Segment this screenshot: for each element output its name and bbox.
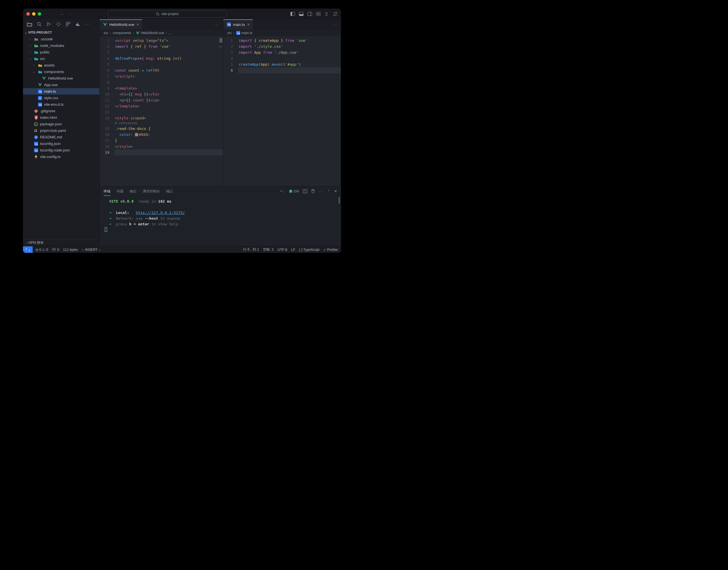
status-prettier[interactable]: ✓ Prettier [323,248,338,252]
tree-item-main-ts[interactable]: TSmain.ts [23,88,99,95]
minimize-window-button[interactable] [32,12,35,16]
status-indent[interactable]: 空格: 2 [263,247,273,252]
breadcrumbs-right[interactable]: src›TS main.ts [223,30,341,36]
svg-text:TS: TS [35,150,38,152]
source-control-icon[interactable] [47,22,51,26]
panel-maximize-icon[interactable]: ⌃ [327,189,330,193]
svg-point-14 [335,12,337,13]
panel-tab-problems[interactable]: 问题 [117,189,123,194]
svg-rect-44 [34,131,35,132]
panel-close-icon[interactable]: ✕ [334,189,337,193]
tree-item--gitignore[interactable]: .gitignore [23,108,99,114]
npm-scripts-section[interactable]: › NPM 脚本 [23,239,99,246]
code-editor-right[interactable]: 123456 import { createApp } from 'vue'im… [223,36,341,187]
extensions-icon[interactable] [66,22,70,26]
more-icon[interactable]: ··· [85,22,90,26]
command-center[interactable]: vite-project [108,10,227,18]
svg-text:TS: TS [39,104,42,106]
title-right-actions [290,12,337,16]
layout-panel-icon[interactable] [299,12,303,16]
search-panel-icon[interactable] [37,22,41,26]
tree-item-node-modules[interactable]: ›node_modules [23,42,99,49]
close-tab-icon[interactable]: × [247,22,249,27]
tree-item-index-html[interactable]: 5index.html [23,114,99,121]
panel-tab-ports[interactable]: 端口 [166,189,173,194]
maximize-window-button[interactable] [38,12,41,16]
tree-item-package-json[interactable]: jspackage.json [23,121,99,127]
nav-back-icon[interactable]: ← [60,12,64,16]
close-tab-icon[interactable]: × [137,22,139,27]
layout-sidebar-left-icon[interactable] [290,12,295,16]
debug-icon[interactable] [56,22,61,26]
new-terminal-icon[interactable]: + ⌄ [280,189,285,193]
layout-sidebar-right-icon[interactable] [307,12,312,16]
tree-item-pnpm-lock-yaml[interactable]: pnpm-lock.yaml [23,127,99,134]
svg-text:5: 5 [35,116,37,119]
panel-more-icon[interactable]: ··· [319,189,323,193]
svg-rect-6 [308,12,312,16]
terminal-output[interactable]: VITE v5.0.8 ready in 182 ms ➜ Local: htt… [100,196,341,246]
tree-item-readme-md[interactable]: iREADME.md [23,134,99,140]
nav-forward-icon[interactable]: → [68,12,72,16]
tab-helloworld[interactable]: HelloWorld.vue × [100,19,142,30]
tree-item-helloworld-vue[interactable]: HelloWorld.vue [23,75,99,81]
docker-icon[interactable] [75,22,80,26]
code-editor-left[interactable]: 12345678910111213141516171819 <script se… [100,36,223,187]
status-encoding[interactable]: UTF-8 [278,248,287,252]
svg-text:TS: TS [35,143,38,146]
panel-tab-debug[interactable]: 调试控制台 [143,189,160,194]
explorer-header[interactable]: ⌄ VITE-PROJECT [23,29,99,36]
status-ports[interactable]: 0 [52,248,59,252]
bottom-panel: 终端 问题 输出 调试控制台 端口 + ⌄ zsh ··· ⌃ ✕ [100,187,341,246]
status-language[interactable]: { } TypeScript [299,248,319,252]
svg-point-0 [156,12,159,15]
svg-rect-29 [66,24,68,26]
minimap-thumb[interactable] [219,38,222,43]
tree-item-vite-env-d-ts[interactable]: TSvite-env.d.ts [23,101,99,108]
close-window-button[interactable] [26,12,30,16]
svg-point-19 [47,22,48,24]
tree-item-style-css[interactable]: #style.css [23,95,99,101]
more-actions-icon[interactable]: ··· [214,22,219,27]
terminal-scrollbar[interactable] [338,197,340,204]
terminal-profile[interactable]: zsh [289,189,299,193]
status-eol[interactable]: LF [291,248,295,252]
tree-item-app-vue[interactable]: App.vue [23,81,99,88]
panel-tab-terminal[interactable]: 终端 [104,189,110,196]
editor-pane-left: src›components› HelloWorld.vue›... 12345… [100,30,223,187]
breadcrumbs-left[interactable]: src›components› HelloWorld.vue›... [100,30,223,36]
svg-text:js: js [35,123,37,125]
status-problems[interactable]: ⊘ 0 ⚠ 0 [35,248,48,252]
tab-main-ts[interactable]: TS main.ts × [223,19,253,30]
tree-item-components[interactable]: ⌄components [23,68,99,75]
status-cursor-pos[interactable]: 行 6，列 1 [243,247,259,252]
panel-tab-output[interactable]: 输出 [130,189,137,194]
remote-indicator[interactable] [23,246,33,253]
svg-line-1 [158,14,159,15]
svg-rect-11 [318,14,320,16]
ts-file-icon: TS [227,22,231,26]
vscode-window: ← → vite-project ··· [23,9,341,253]
split-terminal-icon[interactable] [303,190,307,193]
svg-rect-30 [76,24,77,25]
tree-item-tsconfig-node-json[interactable]: TStsconfig.node.json [23,147,99,154]
tree-item-tsconfig-json[interactable]: TStsconfig.json [23,140,99,147]
svg-rect-5 [299,14,303,16]
terminal-cursor [105,227,107,232]
vue-file-icon [103,22,107,26]
tree-item-assets[interactable]: ›assets [23,62,99,68]
status-filesize[interactable]: 111 bytes [63,248,78,252]
svg-rect-10 [316,14,318,16]
more-actions-icon[interactable]: ··· [332,22,337,27]
explorer-icon[interactable] [27,22,32,26]
search-icon [156,12,159,16]
customize-layout-icon[interactable] [316,12,320,16]
settings-sliders-icon[interactable] [333,12,337,16]
tree-item-src[interactable]: ⌄src [23,55,99,62]
svg-rect-43 [36,129,37,130]
tree-item--vscode[interactable]: ›.vscode [23,36,99,42]
kill-terminal-icon[interactable] [311,189,315,193]
account-icon[interactable] [324,12,329,16]
tree-item-public[interactable]: ›public [23,49,99,55]
tree-item-vite-config-ts[interactable]: vite.config.ts [23,154,99,160]
